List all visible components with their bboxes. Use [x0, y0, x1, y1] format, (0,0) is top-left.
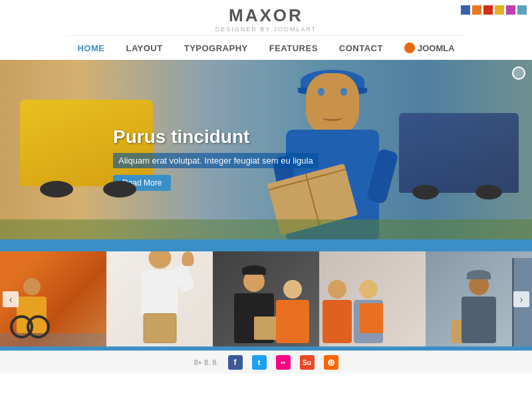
hero-text-overlay: Purus tincidunt Aliquam erat volutpat. I… — [113, 126, 319, 191]
delivery-pair — [323, 280, 383, 343]
logo-title: MAXOR — [229, 5, 303, 26]
van-blue-wheel-r — [475, 185, 502, 200]
single-worker — [462, 266, 496, 343]
logo-tagline: DESIGNED BY JOOMLART — [215, 26, 317, 33]
pair-person-2 — [354, 280, 383, 343]
joomla-icon — [404, 43, 415, 53]
hero-subtext: Aliquam erat volutpat. Integer feugiat s… — [113, 153, 319, 168]
nav-layout[interactable]: LAYOUT — [115, 41, 173, 56]
cyclist-figure — [17, 278, 47, 333]
flickr-icon[interactable]: •• — [276, 355, 291, 370]
nav-typography[interactable]: TYPOGRAPHY — [174, 41, 259, 56]
swatch-purple[interactable] — [506, 5, 515, 15]
facebook-icon[interactable]: f — [228, 355, 243, 370]
main-nav: HOME LAYOUT TYPOGRAPHY FEATURES CONTACT … — [66, 35, 465, 60]
person-head — [306, 73, 359, 133]
van-wheel-right — [103, 181, 136, 198]
van-wheel-left — [40, 181, 73, 198]
blue-divider — [0, 239, 532, 247]
nav-features[interactable]: FEATURES — [259, 41, 329, 56]
swatch-yellow[interactable] — [495, 5, 504, 15]
swatch-orange[interactable] — [472, 5, 481, 15]
footer-bar: 8+ 8. 8. f t •• Su ⊕ — [0, 350, 532, 374]
delivery-thumbsup — [142, 251, 178, 343]
header: MAXOR DESIGNED BY JOOMLART HOME LAYOUT T… — [0, 0, 532, 60]
nav-joomla[interactable]: JOOMLA — [394, 40, 466, 56]
gallery-item-3 — [213, 251, 319, 346]
rss-icon[interactable]: ⊕ — [324, 355, 338, 370]
gallery-arrow-left[interactable]: ‹ — [3, 291, 19, 307]
swatch-lightblue[interactable] — [517, 5, 527, 15]
nav-contact[interactable]: CONTACT — [329, 41, 394, 56]
stumbleupon-icon[interactable]: Su — [300, 355, 315, 370]
gallery-item-2 — [106, 251, 213, 346]
slide-dot-indicator[interactable] — [512, 66, 525, 80]
gallery-arrow-right[interactable]: › — [513, 291, 529, 307]
logo-area: MAXOR DESIGNED BY JOOMLART — [215, 5, 317, 33]
twitter-icon[interactable]: t — [252, 355, 267, 370]
pair-person-1 — [323, 280, 352, 343]
gallery-inner — [0, 251, 532, 346]
swatch-red[interactable] — [483, 5, 493, 15]
chevron-left-icon: ‹ — [9, 294, 13, 305]
van-blue-wheel-l — [412, 185, 439, 200]
gallery-section: ‹ — [0, 247, 532, 350]
hero-heading: Purus tincidunt — [113, 126, 319, 148]
dark-delivery-figure-2 — [276, 280, 309, 343]
gallery-item-4 — [319, 251, 426, 346]
dark-delivery-figure — [234, 261, 274, 343]
footer-text-1: 8+ 8. 8. — [194, 358, 218, 366]
color-swatches — [461, 5, 527, 15]
chevron-right-icon: › — [520, 294, 523, 305]
swatch-blue[interactable] — [461, 5, 470, 15]
hero-slider: Purus tincidunt Aliquam erat volutpat. I… — [0, 60, 532, 239]
nav-home[interactable]: HOME — [66, 41, 115, 56]
ground — [0, 219, 532, 239]
